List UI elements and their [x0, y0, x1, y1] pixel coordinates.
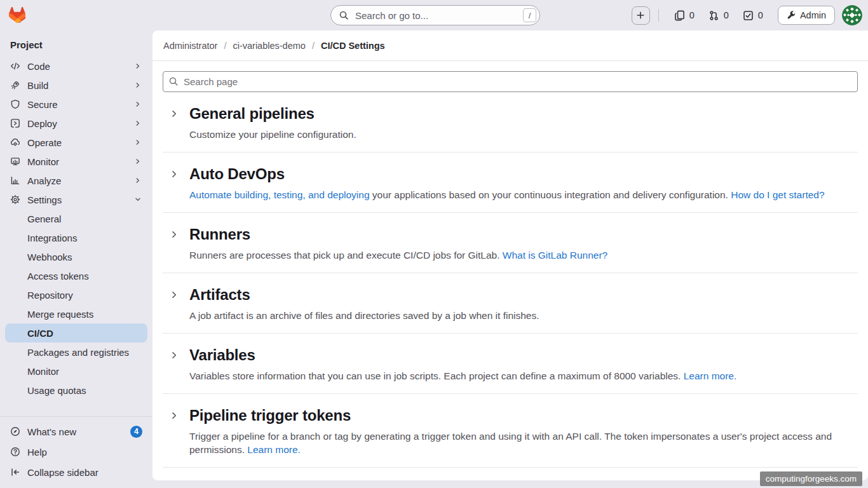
watermark: computingforgeeks.com	[760, 471, 862, 486]
sidebar-subitem-repository[interactable]: Repository	[5, 285, 147, 304]
admin-button[interactable]: Admin	[778, 6, 835, 25]
compass-icon	[10, 426, 20, 437]
merge-requests-counter[interactable]: 0	[709, 10, 729, 21]
gitlab-logo-icon[interactable]	[9, 7, 25, 23]
sidebar-subitem-general[interactable]: General	[5, 209, 147, 228]
chevron-right-icon	[169, 169, 179, 179]
chevron-right-icon	[133, 138, 142, 147]
help-label: Help	[27, 446, 142, 458]
section-pipeline-trigger-tokens: Pipeline trigger tokens Trigger a pipeli…	[163, 394, 858, 468]
topbar-actions: 0 0 0	[632, 0, 862, 30]
section-auto-devops: Auto DevOps Automate building, testing, …	[163, 152, 858, 213]
section-expand-button[interactable]	[164, 164, 184, 184]
sidebar-subitem-cicd[interactable]: CI/CD	[5, 323, 147, 342]
shield-icon	[10, 99, 20, 109]
section-artifacts: Artifacts A job artifact is an archive o…	[163, 273, 858, 334]
chevron-right-icon	[169, 229, 179, 240]
variables-learn-more-link[interactable]: Learn more.	[684, 370, 737, 381]
breadcrumb-group-link[interactable]: Administrator	[163, 41, 217, 51]
sidebar-item-code[interactable]: Code	[5, 57, 147, 76]
search-icon	[339, 10, 349, 20]
chart-icon	[10, 175, 20, 186]
sidebar-subitem-webhooks[interactable]: Webhooks	[5, 247, 147, 266]
merge-requests-count: 0	[724, 10, 729, 20]
whats-new-badge: 4	[130, 426, 142, 438]
chevron-right-icon	[133, 100, 142, 109]
topbar: / 0	[0, 0, 868, 30]
chevron-right-icon	[133, 176, 142, 185]
section-expand-button[interactable]	[164, 104, 184, 123]
global-search-input[interactable]	[354, 10, 518, 22]
section-variables: Variables Variables store information th…	[163, 334, 858, 394]
sidebar-item-secure[interactable]: Secure	[5, 95, 147, 114]
section-expand-button[interactable]	[164, 405, 184, 425]
collapse-sidebar-button[interactable]: Collapse sidebar	[5, 462, 147, 482]
section-runners: Runners Runners are processes that pick …	[163, 213, 858, 273]
chevron-right-icon	[169, 109, 179, 119]
sidebar-item-label: Operate	[27, 137, 133, 149]
breadcrumb-separator: /	[312, 41, 315, 51]
chevron-right-icon	[133, 157, 142, 166]
section-expand-button[interactable]	[164, 224, 184, 244]
page-search-input[interactable]	[163, 71, 858, 92]
description-text: Customize your pipeline configuration.	[189, 129, 356, 140]
description-text: A job artifact is an archive of files an…	[189, 310, 539, 321]
sidebar-subitem-integrations[interactable]: Integrations	[5, 228, 147, 247]
sidebar-item-build[interactable]: Build	[5, 76, 147, 95]
sidebar-item-analyze[interactable]: Analyze	[5, 171, 147, 190]
whats-new-button[interactable]: What's new 4	[5, 421, 147, 442]
plus-icon	[635, 10, 646, 20]
sidebar-item-operate[interactable]: Operate	[5, 133, 147, 152]
sidebar-item-monitor[interactable]: Monitor	[5, 152, 147, 171]
sidebar-item-label: Build	[27, 79, 133, 92]
trigger-tokens-learn-more-link[interactable]: Learn more.	[247, 444, 301, 455]
section-expand-button[interactable]	[164, 479, 184, 480]
chevron-right-icon	[133, 62, 142, 71]
breadcrumb-current-page: CI/CD Settings	[321, 41, 385, 51]
section-title: General pipelines	[189, 105, 315, 123]
user-avatar[interactable]	[842, 5, 862, 25]
sidebar-item-settings[interactable]: Settings	[5, 190, 147, 209]
code-icon	[10, 61, 20, 71]
help-button[interactable]: Help	[5, 442, 147, 462]
auto-devops-docs-link[interactable]: Automate building, testing, and deployin…	[189, 189, 370, 200]
sidebar-footer: What's new 4 Help Collapse sidebar	[0, 416, 153, 488]
section-title: Artifacts	[189, 286, 250, 304]
sidebar-item-label: Settings	[27, 194, 133, 206]
sidebar-item-deploy[interactable]: Deploy	[5, 114, 147, 133]
chevron-right-icon	[133, 119, 142, 128]
sidebar-subitem-merge-requests[interactable]: Merge requests	[5, 304, 147, 323]
sidebar-nav: Code Build S	[0, 57, 153, 400]
page-search	[163, 71, 858, 92]
section-expand-button[interactable]	[164, 345, 184, 365]
topbar-divider	[658, 9, 659, 22]
todos-count: 0	[758, 10, 763, 20]
issues-count: 0	[689, 10, 695, 20]
question-icon	[10, 447, 20, 457]
section-title: Auto DevOps	[189, 165, 285, 183]
create-new-button[interactable]	[632, 6, 650, 25]
sidebar-subitem-usage-quotas[interactable]: Usage quotas	[5, 381, 147, 400]
sidebar-context-title: Project	[0, 30, 153, 57]
section-deploy-freezes: Deploy freezes	[163, 468, 858, 480]
description-text: Variables store information that you can…	[189, 370, 684, 381]
sidebar-subitem-packages-and-registries[interactable]: Packages and registries	[5, 342, 147, 362]
sidebar-subitem-monitor[interactable]: Monitor	[5, 362, 147, 381]
what-is-gitlab-runner-link[interactable]: What is GitLab Runner?	[503, 250, 607, 261]
sidebar-item-label: Monitor	[27, 156, 133, 168]
issues-counter[interactable]: 0	[674, 10, 695, 21]
sidebar-subitem-access-tokens[interactable]: Access tokens	[5, 266, 147, 285]
breadcrumb-project-link[interactable]: ci-variables-demo	[233, 41, 305, 51]
todo-icon	[743, 10, 754, 21]
section-title: Deploy freezes	[189, 480, 295, 481]
get-started-link[interactable]: How do I get started?	[731, 189, 824, 200]
section-expand-button[interactable]	[164, 285, 184, 304]
gear-icon	[10, 194, 20, 205]
global-search[interactable]: /	[330, 5, 540, 25]
todos-counter[interactable]: 0	[743, 10, 763, 21]
sidebar: Project Code Build	[0, 30, 153, 488]
chevron-down-icon	[133, 195, 142, 204]
main-panel: Administrator / ci-variables-demo / CI/C…	[153, 30, 868, 480]
issues-icon	[674, 10, 685, 21]
search-icon	[168, 76, 179, 86]
